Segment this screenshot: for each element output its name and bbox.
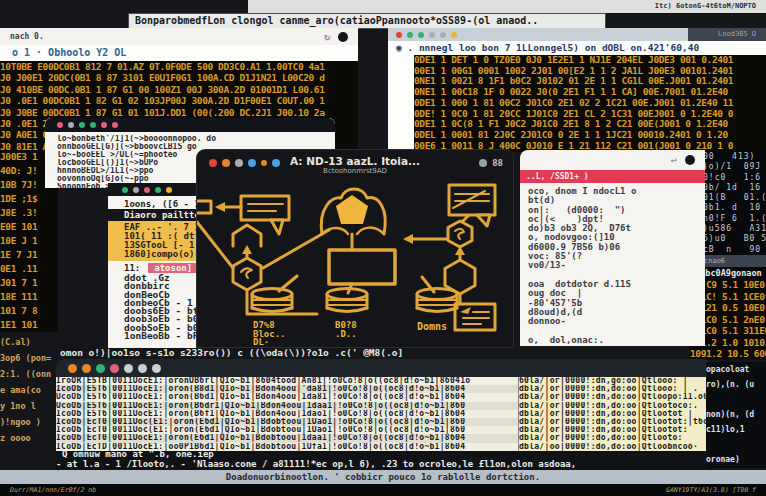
- top-menubar: Itc) 6otonG-4t6toM/NOPTO: [248, 0, 766, 13]
- record-dot-icon[interactable]: [338, 32, 348, 42]
- window-title-strip: BonparobmedfLon clongol canme_aro(catiao…: [128, 13, 606, 29]
- menubar-text: Itc) 6otonG-4t6toM/NOPTO: [655, 2, 756, 10]
- window-a-header: nach 0. ↻: [0, 28, 358, 45]
- log-table-left: IroOR|E5TB|0011UocE1:|oronUB6rl|QIo~b1|8…: [56, 377, 518, 451]
- db3-label: Domns: [417, 321, 447, 332]
- window-dot-icon[interactable]: [166, 187, 172, 193]
- log-table[interactable]: IroOR|E5TB|0011UocE1:|oronUB6rl|QIo~b1|8…: [56, 377, 712, 451]
- back-arrow-icon[interactable]: ↩: [670, 154, 677, 167]
- right-terminal-column: 00 413))o)/1 09J0!c0 1:60b/ 1d 1601(B 01…: [700, 152, 766, 255]
- chat-bubble-left-icon: [241, 196, 289, 234]
- window-dot-icon[interactable]: [272, 159, 280, 167]
- window-dot-icon[interactable]: [155, 187, 161, 193]
- window-dot-icon[interactable]: [101, 122, 107, 128]
- info-right: GANY19TY/A3(3.8) [T90 f: [666, 484, 756, 496]
- diagram-subtitle: Bctoohonmrst9AD: [197, 167, 513, 175]
- window-dot-icon[interactable]: [440, 32, 446, 38]
- database-icon-1: [252, 289, 292, 312]
- window-dot-icon[interactable]: [138, 364, 147, 373]
- window-a-actions: ↻: [324, 31, 348, 42]
- mid-code-line: omon o!)|oo1so s-s1o s233ro()) c ((\oda(…: [60, 347, 766, 359]
- close-icon[interactable]: [396, 32, 402, 38]
- window-dot-icon[interactable]: [429, 32, 435, 38]
- hexagon-node-right-small-icon: [448, 221, 472, 247]
- window-dot-icon[interactable]: [451, 32, 457, 38]
- database-icon-3: [417, 289, 457, 312]
- process-box: [329, 250, 395, 284]
- window-f-controls: [68, 364, 161, 373]
- window-b-subheader: ◉ . nnnegl loo bon 7 1LLonngel5) on dOBL…: [388, 41, 766, 55]
- db1-label: DL·: [253, 337, 269, 347]
- window-dot-icon[interactable]: [110, 364, 119, 373]
- edge-node: [197, 201, 211, 213]
- person-node-icon: [321, 189, 385, 234]
- minimize-icon[interactable]: [82, 364, 91, 373]
- zoom-icon[interactable]: [235, 159, 243, 167]
- window-diagram: A: ND-13 aazL. Itoia... Bctoohonmrst9AD …: [197, 150, 513, 347]
- minimize-icon[interactable]: [133, 187, 139, 193]
- badge-count: 88: [492, 158, 503, 168]
- info-left: Durr/MA1/nnn/ErBf/2 nb: [10, 484, 96, 496]
- close-icon[interactable]: [68, 364, 77, 373]
- window-c-header: [45, 118, 335, 132]
- diagram-badge: 88: [479, 158, 503, 168]
- log-table-right-panel: 60la/|or|0000!:dn,go:oo|Qtlooo: |dbla/|o…: [518, 377, 709, 451]
- window-dot-icon[interactable]: [124, 364, 133, 373]
- window-b-header-label: Lood365 O: [688, 28, 766, 41]
- database-labels: D7%8 Bloc.. DL· B0?8 .D.. Domns: [253, 320, 447, 347]
- window-a-subheader: o 1 · Obhoolo Y2 OL: [0, 45, 358, 61]
- flowchart-canvas[interactable]: D7%8 Bloc.. DL· B0?8 .D.. Domns: [197, 182, 513, 347]
- window-top-right: Lood365 O ◉ . nnnegl loo bon 7 1LLonngel…: [388, 28, 766, 152]
- zoom-icon[interactable]: [418, 32, 424, 38]
- chat-bubble-right-icon: [449, 185, 495, 226]
- diagram-header: A: ND-13 aazL. Itoia... Bctoohonmrst9AD …: [197, 150, 513, 182]
- badge-dot-icon: [479, 159, 487, 167]
- window-f-header: [56, 359, 712, 377]
- terminal-output-line: - at l.a - 1 /Ilooto,. - 'Nlaaso.cone / …: [56, 459, 766, 469]
- window-b-header: Lood365 O: [388, 28, 766, 41]
- window-dot-icon[interactable]: [152, 364, 161, 373]
- window-dot-icon[interactable]: [261, 160, 267, 166]
- window-a-title: nach 0.: [10, 32, 44, 41]
- zoom-icon[interactable]: [79, 122, 85, 128]
- zoom-icon[interactable]: [144, 187, 150, 193]
- hexagon-node-left-icon: [233, 258, 261, 290]
- document-card-icon: [455, 304, 495, 330]
- minimize-icon[interactable]: [407, 32, 413, 38]
- close-icon[interactable]: [122, 187, 128, 193]
- left-snippet-column: (C.al)3op6 (pon=2:1. ((onne ama(coy 1no …: [0, 334, 58, 470]
- window-dot-icon[interactable]: [90, 122, 96, 128]
- window-dot-icon[interactable]: [248, 159, 256, 167]
- window-d-controls: [122, 187, 172, 193]
- hexagon-node-right-big-icon: [445, 260, 475, 294]
- zoom-icon[interactable]: [96, 364, 105, 373]
- minimize-icon[interactable]: [68, 122, 74, 128]
- window-dot-icon[interactable]: [112, 122, 118, 128]
- close-icon[interactable]: [209, 159, 217, 167]
- record-dot-icon[interactable]: [685, 155, 695, 165]
- desktop: Itc) 6otonG-4t6toM/NOPTO BonparobmedfLon…: [0, 0, 766, 496]
- bottom-info-bar: Durr/MA1/nnn/ErBf/2 nb GANY19TY/A3(3.8) …: [0, 484, 766, 496]
- db2-label: .D..: [335, 329, 357, 339]
- window-c-controls: [57, 122, 118, 128]
- terminal-output-line: Q omnuw mano at ".b, one.iep: [62, 449, 762, 459]
- window-g-red-banner: ..L, /SSD1+ ): [520, 170, 705, 183]
- title-strip-text: BonparobmedfLon clongol canme_aro(catiao…: [135, 15, 538, 26]
- window-b-code[interactable]: 0DE1 1 DET 1 0 TZ0E0 0J0 1E2E1 1 NJ1E 20…: [414, 55, 766, 152]
- close-icon[interactable]: [57, 122, 63, 128]
- diagram-controls: [209, 159, 280, 167]
- minimize-icon[interactable]: [222, 159, 230, 167]
- window-notes-right: ↩ ..L, /SSD1+ ) oco, dnom I ndocL1 obt(d…: [520, 150, 705, 346]
- window-b-controls: [396, 32, 457, 38]
- bracket-node: [233, 225, 261, 246]
- refresh-icon[interactable]: ↻: [324, 31, 330, 42]
- status-bar: Doadonuorbinootlon. ' cobbicr pouco 1o r…: [0, 470, 766, 484]
- window-g-code[interactable]: oco, dnom I ndocL1 obt(d)on|: (d0000: ")…: [520, 183, 705, 345]
- window-g-header: ↩: [520, 150, 705, 170]
